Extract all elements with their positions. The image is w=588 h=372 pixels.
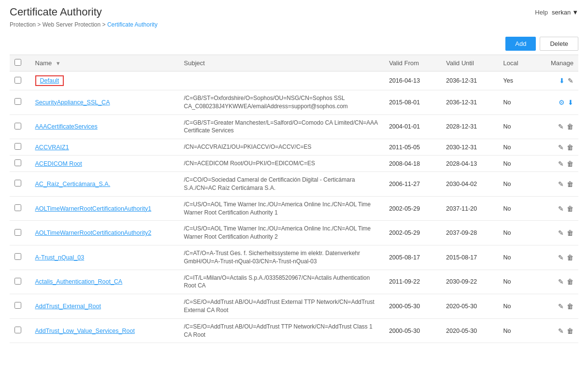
subject-header: Subject	[179, 55, 385, 72]
edit-icon[interactable]: ✎	[558, 205, 564, 213]
row-checkbox[interactable]	[14, 123, 21, 129]
row-checkbox[interactable]	[14, 98, 21, 105]
valid-from-value: 2016-04-13	[384, 72, 441, 90]
certificate-name-link[interactable]: AddTrust_Low_Value_Services_Root	[35, 328, 135, 334]
delete-icon[interactable]: 🗑	[567, 180, 574, 188]
breadcrumb: Protection > Web Server Protection > Cer…	[0, 20, 588, 33]
filter-icon[interactable]: ▼	[56, 60, 61, 66]
certificate-name-link[interactable]: AC_Raíz_Certicámara_S.A.	[35, 181, 111, 187]
manage-icons: ✎🗑	[537, 205, 574, 213]
row-checkbox[interactable]	[14, 159, 21, 166]
edit-icon[interactable]: ✎	[558, 160, 564, 168]
manage-icons: ✎🗑	[537, 302, 574, 310]
add-button[interactable]: Add	[505, 37, 536, 51]
name-header: Name ▼	[30, 55, 179, 72]
manage-icons: ✎🗑	[537, 143, 574, 151]
valid-until-value: 2030-12-31	[441, 139, 498, 156]
edit-icon[interactable]: ✎	[558, 327, 564, 335]
edit-icon[interactable]: ✎	[558, 254, 564, 261]
valid-until-value: 2030-09-22	[441, 270, 498, 294]
download-icon[interactable]: ⬇	[568, 99, 574, 106]
table-row: A-Trust_nQual_03/C=AT/O=A-Trust Ges. f. …	[10, 245, 578, 270]
delete-icon[interactable]: 🗑	[567, 160, 574, 168]
row-checkbox[interactable]	[14, 77, 21, 84]
certificate-name-link[interactable]: Default	[35, 75, 64, 86]
top-actions: Help serkan ▼	[535, 9, 578, 16]
table-row: AC_Raíz_Certicámara_S.A./C=CO/O=Sociedad…	[10, 172, 578, 197]
manage-icons: ⚙⬇	[537, 99, 574, 106]
manage-icons: ✎🗑	[537, 229, 574, 237]
row-checkbox[interactable]	[14, 302, 21, 309]
row-checkbox[interactable]	[14, 229, 21, 236]
breadcrumb-protection[interactable]: Protection	[10, 21, 36, 28]
manage-icons: ✎🗑	[537, 278, 574, 286]
delete-icon[interactable]: 🗑	[567, 229, 574, 237]
table-row: AOLTimeWarnerRootCertificationAuthority1…	[10, 196, 578, 221]
certificate-name-link[interactable]: A-Trust_nQual_03	[35, 254, 85, 261]
manage-icons: ✎🗑	[537, 180, 574, 188]
local-value: No	[499, 245, 533, 270]
edit-icon[interactable]: ✎	[558, 229, 564, 237]
help-link[interactable]: Help	[535, 9, 548, 16]
valid-from-header: Valid From	[384, 55, 441, 72]
row-checkbox[interactable]	[14, 204, 21, 211]
local-value: No	[499, 114, 533, 139]
breadcrumb-webserver[interactable]: Web Server Protection	[43, 21, 101, 28]
manage-icons: ✎🗑	[537, 123, 574, 130]
certificate-name-link[interactable]: SecurityAppliance_SSL_CA	[35, 99, 110, 106]
delete-icon[interactable]: 🗑	[567, 205, 574, 213]
local-value: No	[499, 221, 533, 245]
table-row: ACCVRAIZ1/CN=ACCVRAIZ1/OU=PKIACCV/O=ACCV…	[10, 139, 578, 156]
local-header: Local	[499, 55, 533, 72]
edit-icon[interactable]: ✎	[558, 180, 564, 188]
delete-icon[interactable]: 🗑	[567, 302, 574, 310]
edit-icon[interactable]: ✎	[568, 77, 574, 85]
row-checkbox[interactable]	[14, 180, 21, 186]
edit-icon[interactable]: ✎	[558, 143, 564, 151]
row-checkbox[interactable]	[14, 143, 21, 150]
delete-icon[interactable]: 🗑	[567, 327, 574, 335]
delete-button[interactable]: Delete	[540, 37, 578, 51]
certificate-name-link[interactable]: AOLTimeWarnerRootCertificationAuthority1	[35, 205, 152, 212]
delete-icon[interactable]: 🗑	[567, 278, 574, 286]
subject-text: /CN=ACCVRAIZ1/OU=PKIACCV/O=ACCV/C=ES	[184, 143, 312, 150]
row-checkbox[interactable]	[14, 253, 21, 260]
row-checkbox[interactable]	[14, 327, 21, 333]
delete-icon[interactable]: 🗑	[567, 123, 574, 130]
subject-text: /CN=ACEDICOM Root/OU=PKI/O=EDICOM/C=ES	[184, 160, 315, 167]
valid-until-value: 2037-11-20	[441, 196, 498, 221]
select-all-checkbox[interactable]	[14, 59, 21, 66]
certificates-table: Name ▼ Subject Valid From Valid Until Lo…	[10, 55, 578, 343]
subject-text: /C=IT/L=Milan/O=Actalis S.p.A./033585209…	[184, 274, 370, 289]
certificate-name-link[interactable]: AddTrust_External_Root	[35, 303, 101, 310]
local-value: No	[499, 196, 533, 221]
edit-icon[interactable]: ✎	[558, 123, 564, 130]
table-row: AAACertificateServices/C=GB/ST=Greater M…	[10, 114, 578, 139]
delete-icon[interactable]: 🗑	[567, 254, 574, 261]
user-dropdown[interactable]: serkan ▼	[552, 9, 578, 16]
certificate-name-link[interactable]: ACEDICOM Root	[35, 160, 82, 167]
valid-from-value: 2008-04-18	[384, 156, 441, 172]
table-row: AddTrust_External_Root/C=SE/O=AddTrust A…	[10, 294, 578, 319]
chevron-down-icon: ▼	[572, 9, 578, 16]
toolbar: Add Delete	[0, 33, 588, 55]
table-row: Actalis_Authentication_Root_CA/C=IT/L=Mi…	[10, 270, 578, 294]
row-checkbox[interactable]	[14, 278, 21, 285]
table-row: SecurityAppliance_SSL_CA/C=GB/ST=Oxfords…	[10, 90, 578, 115]
valid-from-value: 2015-08-01	[384, 90, 441, 115]
table-row: Default2016-04-132036-12-31Yes⬇✎	[10, 72, 578, 90]
gear-icon[interactable]: ⚙	[559, 99, 565, 106]
certificate-name-link[interactable]: Actalis_Authentication_Root_CA	[35, 278, 123, 285]
edit-icon[interactable]: ✎	[558, 302, 564, 310]
valid-until-value: 2037-09-28	[441, 221, 498, 245]
local-value: No	[499, 318, 533, 343]
subject-text: /C=AT/O=A-Trust Ges. f. Sicherheitssyste…	[184, 250, 360, 265]
delete-icon[interactable]: 🗑	[567, 143, 574, 151]
edit-icon[interactable]: ✎	[558, 278, 564, 286]
certificate-name-link[interactable]: AAACertificateServices	[35, 123, 98, 130]
local-value: Yes	[499, 72, 533, 90]
download-icon[interactable]: ⬇	[559, 77, 565, 85]
subject-text: /C=US/O=AOL Time Warner Inc./OU=America …	[184, 225, 371, 240]
certificate-name-link[interactable]: AOLTimeWarnerRootCertificationAuthority2	[35, 229, 152, 236]
certificate-name-link[interactable]: ACCVRAIZ1	[35, 144, 69, 151]
